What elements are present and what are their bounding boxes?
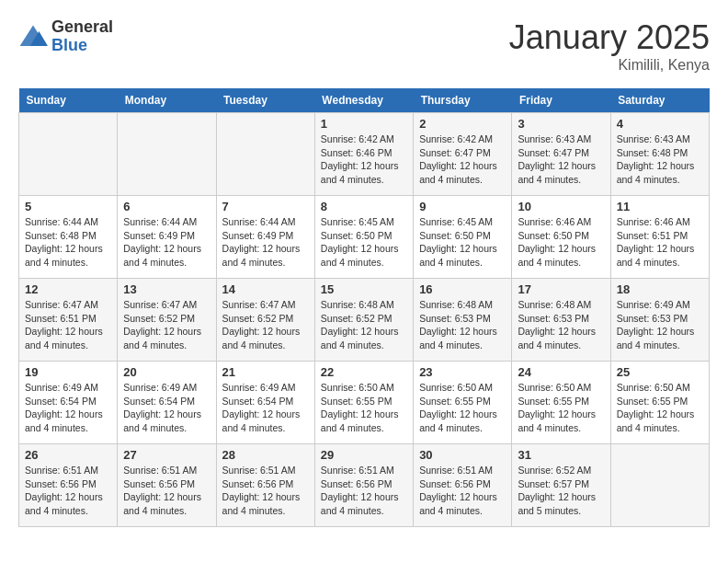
calendar-week-row: 1Sunrise: 6:42 AMSunset: 6:46 PMDaylight… bbox=[19, 113, 710, 196]
calendar-cell bbox=[610, 444, 709, 527]
day-number: 15 bbox=[321, 282, 407, 296]
day-number: 19 bbox=[25, 365, 111, 379]
day-info: Sunrise: 6:51 AMSunset: 6:56 PMDaylight:… bbox=[25, 464, 111, 518]
day-info: Sunrise: 6:49 AMSunset: 6:54 PMDaylight:… bbox=[222, 381, 309, 435]
header-saturday: Saturday bbox=[610, 88, 709, 113]
day-info: Sunrise: 6:47 AMSunset: 6:52 PMDaylight:… bbox=[123, 298, 210, 352]
calendar-cell: 8Sunrise: 6:45 AMSunset: 6:50 PMDaylight… bbox=[314, 196, 413, 279]
day-number: 5 bbox=[25, 200, 111, 213]
day-info: Sunrise: 6:43 AMSunset: 6:48 PMDaylight:… bbox=[617, 132, 703, 187]
day-number: 6 bbox=[123, 200, 210, 213]
day-number: 13 bbox=[123, 282, 210, 296]
logo: General Blue bbox=[18, 18, 113, 55]
calendar-cell: 18Sunrise: 6:49 AMSunset: 6:53 PMDayligh… bbox=[610, 279, 709, 362]
day-info: Sunrise: 6:49 AMSunset: 6:54 PMDaylight:… bbox=[25, 381, 111, 435]
logo-blue-text: Blue bbox=[51, 37, 113, 55]
calendar-cell: 2Sunrise: 6:42 AMSunset: 6:47 PMDaylight… bbox=[414, 113, 512, 196]
calendar-cell: 29Sunrise: 6:51 AMSunset: 6:56 PMDayligh… bbox=[314, 444, 413, 527]
day-info: Sunrise: 6:46 AMSunset: 6:51 PMDaylight:… bbox=[617, 215, 703, 270]
day-number: 17 bbox=[518, 282, 604, 296]
calendar-cell: 17Sunrise: 6:48 AMSunset: 6:53 PMDayligh… bbox=[512, 279, 610, 362]
calendar-cell bbox=[19, 113, 118, 196]
calendar-cell: 24Sunrise: 6:50 AMSunset: 6:55 PMDayligh… bbox=[512, 362, 610, 444]
day-info: Sunrise: 6:50 AMSunset: 6:55 PMDaylight:… bbox=[321, 381, 407, 435]
day-number: 7 bbox=[222, 200, 309, 213]
day-info: Sunrise: 6:46 AMSunset: 6:50 PMDaylight:… bbox=[518, 215, 604, 270]
calendar-cell: 23Sunrise: 6:50 AMSunset: 6:55 PMDayligh… bbox=[414, 362, 512, 444]
header-friday: Friday bbox=[512, 88, 610, 113]
day-number: 8 bbox=[321, 200, 407, 213]
day-number: 24 bbox=[518, 365, 604, 379]
day-number: 28 bbox=[222, 448, 309, 462]
day-number: 12 bbox=[25, 282, 111, 296]
day-number: 9 bbox=[419, 200, 506, 213]
calendar-cell: 11Sunrise: 6:46 AMSunset: 6:51 PMDayligh… bbox=[610, 196, 709, 279]
day-info: Sunrise: 6:51 AMSunset: 6:56 PMDaylight:… bbox=[123, 464, 210, 518]
day-number: 18 bbox=[617, 282, 703, 296]
calendar-cell bbox=[118, 113, 216, 196]
calendar-title: January 2025 bbox=[509, 18, 710, 57]
day-info: Sunrise: 6:43 AMSunset: 6:47 PMDaylight:… bbox=[518, 132, 604, 187]
day-info: Sunrise: 6:44 AMSunset: 6:48 PMDaylight:… bbox=[25, 215, 111, 270]
calendar-cell: 4Sunrise: 6:43 AMSunset: 6:48 PMDaylight… bbox=[610, 113, 709, 196]
day-info: Sunrise: 6:45 AMSunset: 6:50 PMDaylight:… bbox=[321, 215, 407, 270]
day-info: Sunrise: 6:51 AMSunset: 6:56 PMDaylight:… bbox=[419, 464, 506, 518]
calendar-cell: 16Sunrise: 6:48 AMSunset: 6:53 PMDayligh… bbox=[414, 279, 512, 362]
header-monday: Monday bbox=[118, 88, 216, 113]
calendar-table: Sunday Monday Tuesday Wednesday Thursday… bbox=[18, 88, 710, 527]
calendar-cell: 28Sunrise: 6:51 AMSunset: 6:56 PMDayligh… bbox=[216, 444, 314, 527]
day-info: Sunrise: 6:44 AMSunset: 6:49 PMDaylight:… bbox=[222, 215, 309, 270]
calendar-cell: 10Sunrise: 6:46 AMSunset: 6:50 PMDayligh… bbox=[512, 196, 610, 279]
day-info: Sunrise: 6:44 AMSunset: 6:49 PMDaylight:… bbox=[123, 215, 210, 270]
day-number: 30 bbox=[419, 448, 506, 462]
day-number: 25 bbox=[617, 365, 703, 379]
calendar-cell: 13Sunrise: 6:47 AMSunset: 6:52 PMDayligh… bbox=[118, 279, 216, 362]
day-number: 4 bbox=[617, 117, 703, 131]
calendar-cell: 5Sunrise: 6:44 AMSunset: 6:48 PMDaylight… bbox=[19, 196, 118, 279]
logo-text: General Blue bbox=[51, 18, 113, 55]
day-info: Sunrise: 6:47 AMSunset: 6:51 PMDaylight:… bbox=[25, 298, 111, 352]
calendar-cell: 26Sunrise: 6:51 AMSunset: 6:56 PMDayligh… bbox=[19, 444, 118, 527]
day-number: 3 bbox=[518, 117, 604, 131]
calendar-week-row: 5Sunrise: 6:44 AMSunset: 6:48 PMDaylight… bbox=[19, 196, 710, 279]
calendar-cell: 22Sunrise: 6:50 AMSunset: 6:55 PMDayligh… bbox=[314, 362, 413, 444]
calendar-cell: 19Sunrise: 6:49 AMSunset: 6:54 PMDayligh… bbox=[19, 362, 118, 444]
calendar-header-row: Sunday Monday Tuesday Wednesday Thursday… bbox=[19, 88, 710, 113]
day-info: Sunrise: 6:42 AMSunset: 6:47 PMDaylight:… bbox=[419, 132, 506, 187]
day-info: Sunrise: 6:48 AMSunset: 6:53 PMDaylight:… bbox=[419, 298, 506, 352]
calendar-cell: 21Sunrise: 6:49 AMSunset: 6:54 PMDayligh… bbox=[216, 362, 314, 444]
calendar-cell: 7Sunrise: 6:44 AMSunset: 6:49 PMDaylight… bbox=[216, 196, 314, 279]
day-info: Sunrise: 6:42 AMSunset: 6:46 PMDaylight:… bbox=[321, 132, 407, 187]
day-info: Sunrise: 6:50 AMSunset: 6:55 PMDaylight:… bbox=[518, 381, 604, 435]
calendar-week-row: 19Sunrise: 6:49 AMSunset: 6:54 PMDayligh… bbox=[19, 362, 710, 444]
day-number: 2 bbox=[419, 117, 506, 131]
day-info: Sunrise: 6:52 AMSunset: 6:57 PMDaylight:… bbox=[518, 464, 604, 518]
logo-icon bbox=[18, 24, 48, 50]
calendar-cell: 15Sunrise: 6:48 AMSunset: 6:52 PMDayligh… bbox=[314, 279, 413, 362]
header-wednesday: Wednesday bbox=[314, 88, 413, 113]
calendar-cell: 12Sunrise: 6:47 AMSunset: 6:51 PMDayligh… bbox=[19, 279, 118, 362]
day-info: Sunrise: 6:49 AMSunset: 6:53 PMDaylight:… bbox=[617, 298, 703, 352]
calendar-cell: 3Sunrise: 6:43 AMSunset: 6:47 PMDaylight… bbox=[512, 113, 610, 196]
day-number: 14 bbox=[222, 282, 309, 296]
day-info: Sunrise: 6:45 AMSunset: 6:50 PMDaylight:… bbox=[419, 215, 506, 270]
calendar-cell: 6Sunrise: 6:44 AMSunset: 6:49 PMDaylight… bbox=[118, 196, 216, 279]
day-info: Sunrise: 6:48 AMSunset: 6:53 PMDaylight:… bbox=[518, 298, 604, 352]
header-sunday: Sunday bbox=[19, 88, 118, 113]
calendar-location: Kimilili, Kenya bbox=[509, 57, 710, 74]
page-header: General Blue January 2025 Kimilili, Keny… bbox=[18, 18, 710, 74]
calendar-cell: 1Sunrise: 6:42 AMSunset: 6:46 PMDaylight… bbox=[314, 113, 413, 196]
day-number: 11 bbox=[617, 200, 703, 213]
calendar-cell bbox=[216, 113, 314, 196]
calendar-week-row: 12Sunrise: 6:47 AMSunset: 6:51 PMDayligh… bbox=[19, 279, 710, 362]
title-block: January 2025 Kimilili, Kenya bbox=[509, 18, 710, 74]
day-number: 20 bbox=[123, 365, 210, 379]
day-number: 23 bbox=[419, 365, 506, 379]
day-info: Sunrise: 6:51 AMSunset: 6:56 PMDaylight:… bbox=[222, 464, 309, 518]
day-number: 29 bbox=[321, 448, 407, 462]
day-info: Sunrise: 6:51 AMSunset: 6:56 PMDaylight:… bbox=[321, 464, 407, 518]
day-number: 10 bbox=[518, 200, 604, 213]
logo-general-text: General bbox=[51, 18, 113, 37]
day-info: Sunrise: 6:50 AMSunset: 6:55 PMDaylight:… bbox=[419, 381, 506, 435]
day-number: 31 bbox=[518, 448, 604, 462]
